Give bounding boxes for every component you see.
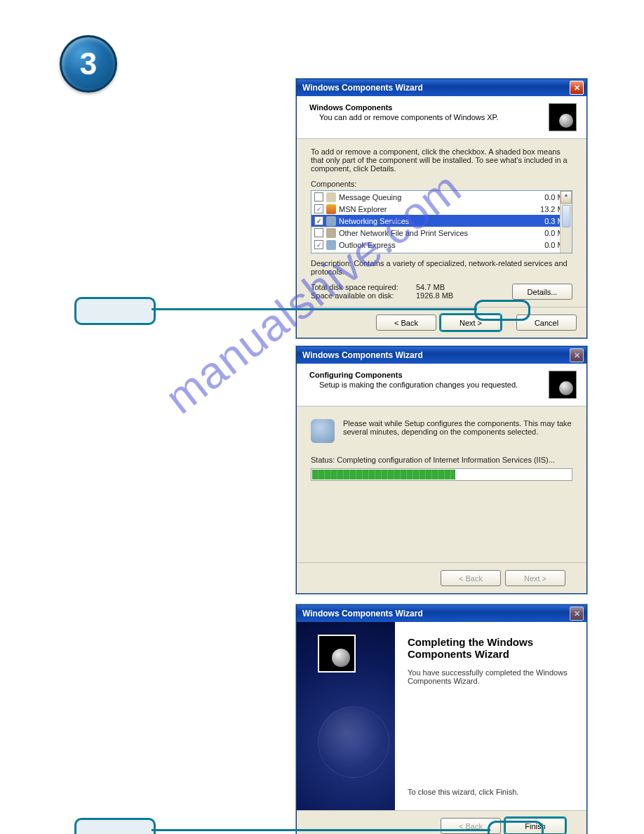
- component-icon: [326, 228, 336, 238]
- item-label: Outlook Express: [339, 241, 396, 249]
- callout-pill: [74, 297, 156, 325]
- description-label: Description:: [311, 259, 351, 267]
- disk-available-value: 1926.8 MB: [416, 291, 453, 300]
- progress-bar: [311, 468, 572, 481]
- completing-wizard-window: Windows Components Wizard ✕ Completing t…: [296, 604, 587, 834]
- checkbox-icon[interactable]: ✓: [314, 240, 323, 249]
- gear-icon: [311, 419, 335, 443]
- item-label: Message Queuing: [339, 193, 401, 201]
- instructions-text: To add or remove a component, click the …: [311, 147, 572, 173]
- item-label: Networking Services: [339, 217, 409, 225]
- step-number-badge: 3: [60, 35, 117, 93]
- wizard-header: Windows Components You can add or remove…: [297, 96, 586, 139]
- wizard-header: Configuring Components Setup is making t…: [297, 364, 586, 406]
- titlebar: Windows Components Wizard ✕: [297, 347, 586, 364]
- header-heading: Configuring Components: [309, 371, 518, 379]
- close-hint: To close this wizard, click Finish.: [408, 788, 574, 796]
- component-icon: [326, 240, 336, 250]
- finish-button[interactable]: Finish: [505, 818, 565, 834]
- disk-required-value: 54.7 MB: [416, 283, 445, 291]
- header-subheading: Setup is making the configuration change…: [319, 380, 518, 389]
- disk-available-label: Space available on disk:: [311, 291, 416, 300]
- components-listbox[interactable]: Message Queuing 0.0 MB ✓MSN Explorer 13.…: [311, 190, 572, 253]
- window-title: Windows Components Wizard: [302, 350, 423, 360]
- disk-required-label: Total disk space required:: [311, 283, 416, 291]
- back-button[interactable]: < Back: [376, 315, 436, 331]
- titlebar: Windows Components Wizard ✕: [297, 79, 586, 96]
- back-button: < Back: [441, 818, 501, 834]
- scrollbar[interactable]: ▴: [560, 191, 572, 253]
- details-button[interactable]: Details...: [512, 284, 572, 300]
- checkbox-icon[interactable]: [314, 192, 323, 201]
- components-wizard-window: Windows Components Wizard ✕ Windows Comp…: [296, 79, 587, 338]
- callout-pill: [74, 818, 156, 834]
- completion-body: You have successfully completed the Wind…: [408, 668, 574, 685]
- close-icon: ✕: [570, 607, 584, 621]
- close-icon[interactable]: ✕: [570, 81, 584, 95]
- window-title: Windows Components Wizard: [302, 609, 423, 618]
- package-icon: [549, 371, 577, 399]
- component-icon: [326, 216, 336, 226]
- status-label: Status:: [311, 456, 335, 464]
- titlebar: Windows Components Wizard ✕: [297, 605, 586, 622]
- completion-heading: Completing the Windows Components Wizard: [408, 636, 574, 660]
- package-icon: [318, 635, 356, 673]
- checkbox-icon[interactable]: ✓: [314, 216, 323, 225]
- checkbox-icon[interactable]: ✓: [314, 204, 323, 213]
- components-label: Components:: [311, 180, 572, 188]
- list-item[interactable]: Other Network File and Print Services 0.…: [311, 227, 572, 239]
- callout-connector: [152, 829, 490, 831]
- item-label: Other Network File and Print Services: [339, 229, 468, 237]
- list-item[interactable]: ✓MSN Explorer 13.2 MB: [311, 203, 572, 215]
- status-text: Completing configuration of Internet Inf…: [337, 456, 555, 464]
- list-item[interactable]: ✓Networking Services 0.3 MB: [311, 215, 572, 227]
- configuring-wizard-window: Windows Components Wizard ✕ Configuring …: [296, 346, 587, 594]
- wait-text: Please wait while Setup configures the c…: [343, 419, 572, 436]
- package-icon: [549, 103, 577, 131]
- window-title: Windows Components Wizard: [302, 83, 423, 93]
- cancel-button[interactable]: Cancel: [516, 315, 577, 331]
- scroll-thumb[interactable]: [562, 205, 570, 227]
- header-heading: Windows Components: [309, 103, 499, 112]
- callout-connector: [152, 308, 477, 310]
- component-icon: [326, 204, 336, 214]
- scroll-up-icon[interactable]: ▴: [561, 191, 572, 204]
- close-icon: ✕: [570, 348, 584, 362]
- header-subheading: You can add or remove components of Wind…: [319, 113, 499, 121]
- checkbox-icon[interactable]: [314, 228, 323, 237]
- list-item[interactable]: ✓Outlook Express 0.0 MB: [311, 239, 572, 251]
- wizard-sidebar-graphic: [297, 622, 395, 810]
- next-button[interactable]: Next >: [441, 315, 501, 331]
- component-icon: [326, 192, 336, 202]
- back-button: < Back: [441, 570, 501, 586]
- next-button: Next >: [505, 570, 565, 586]
- list-item[interactable]: Message Queuing 0.0 MB: [311, 191, 572, 203]
- item-label: MSN Explorer: [339, 205, 387, 213]
